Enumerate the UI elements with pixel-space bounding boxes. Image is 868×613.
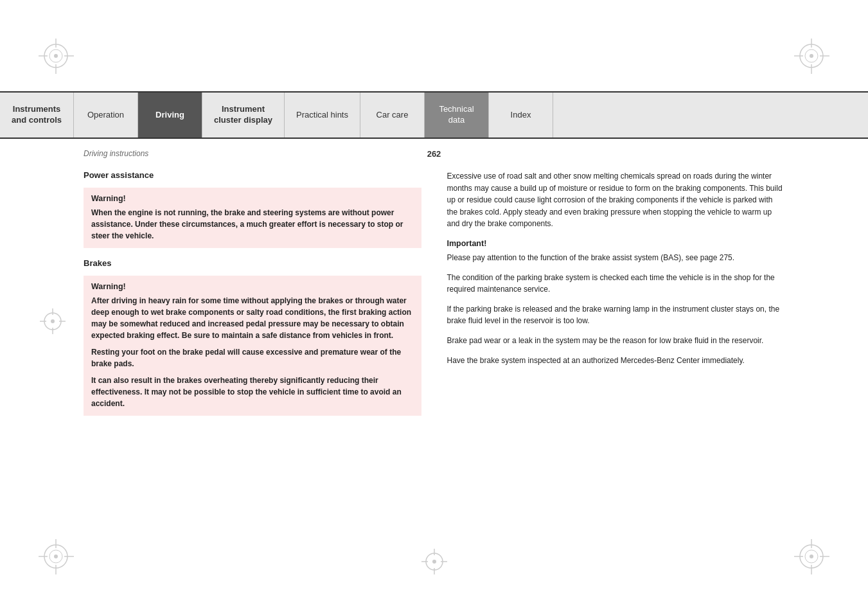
brakes-heading: Brakes <box>84 258 421 268</box>
power-assistance-heading: Power assistance <box>84 170 421 180</box>
right-body-text-5: Brake pad wear or a leak in the system m… <box>447 335 785 347</box>
nav-item-car-care[interactable]: Car care <box>360 93 425 138</box>
svg-point-2 <box>54 54 58 58</box>
warning-2-text2: Resting your foot on the brake pedal wil… <box>91 346 414 369</box>
svg-point-23 <box>810 555 813 558</box>
page-number: 262 <box>427 149 441 159</box>
warning-box-1: Warning! When the engine is not running,… <box>84 188 421 248</box>
left-column: Power assistance Warning! When the engin… <box>84 170 421 536</box>
svg-point-35 <box>51 319 55 323</box>
right-body-text-1: Excessive use of road salt and other sno… <box>447 170 785 230</box>
right-body-text-2: Please pay attention to the function of … <box>447 252 785 264</box>
nav-item-technical-data[interactable]: Technical data <box>425 93 489 138</box>
right-body-text-3: The condition of the parking brake syste… <box>447 272 785 296</box>
navigation-bar: Instruments and controlsOperationDriving… <box>0 91 868 139</box>
warning-2-text3: It can also result in the brakes overhea… <box>91 375 414 409</box>
nav-item-index[interactable]: Index <box>489 93 553 138</box>
main-content: Power assistance Warning! When the engin… <box>84 170 784 536</box>
right-body-text-6: Have the brake system inspected at an au… <box>447 355 785 367</box>
corner-bottom-right <box>794 539 829 574</box>
warning-1-title: Warning! <box>91 194 414 203</box>
nav-item-practical-hints[interactable]: Practical hints <box>285 93 360 138</box>
nav-item-operation[interactable]: Operation <box>74 93 138 138</box>
nav-item-instrument-cluster-display[interactable]: Instrument cluster display <box>202 93 285 138</box>
right-column: Excessive use of road salt and other sno… <box>447 170 785 536</box>
svg-point-29 <box>432 560 436 564</box>
crosshair-left-middle <box>40 308 66 334</box>
warning-2-text: After driving in heavy rain for some tim… <box>91 295 414 341</box>
right-body-text-4: If the parking brake is released and the… <box>447 303 785 327</box>
important-label: Important! <box>447 239 785 248</box>
corner-top-right <box>794 39 829 74</box>
warning-1-text: When the engine is not running, the brak… <box>91 207 414 242</box>
corner-bottom-left <box>39 539 74 574</box>
warning-2-title: Warning! <box>91 282 414 291</box>
svg-point-9 <box>810 54 813 58</box>
nav-item-driving[interactable]: Driving <box>138 93 202 138</box>
section-title: Driving instructions <box>84 149 148 158</box>
corner-top-left <box>39 39 74 74</box>
svg-point-16 <box>54 555 58 558</box>
crosshair-bottom-center <box>421 549 447 574</box>
warning-box-2: Warning! After driving in heavy rain for… <box>84 276 421 416</box>
nav-item-instruments-and-controls[interactable]: Instruments and controls <box>0 93 74 138</box>
